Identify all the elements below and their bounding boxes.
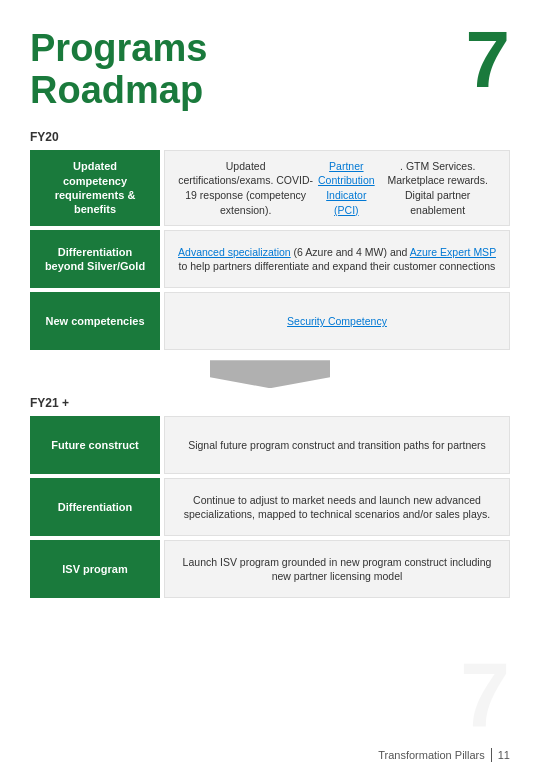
row-label-differentiation: Differentiation: [30, 478, 160, 536]
fy20-table: Updated competency requirements & benefi…: [30, 150, 510, 351]
pci-link[interactable]: Partner Contribution Indicator (PCI): [314, 159, 378, 218]
row-label-updated-competency: Updated competency requirements & benefi…: [30, 150, 160, 227]
row-content-differentiation-silver: Advanced specialization (6 Azure and 4 M…: [164, 230, 510, 288]
azure-expert-msp-link[interactable]: Azure Expert MSP: [410, 246, 496, 258]
row-label-isv: ISV program: [30, 540, 160, 598]
table-row: Differentiation beyond Silver/Gold Advan…: [30, 230, 510, 288]
footer: Transformation Pillars 11: [378, 748, 510, 762]
fy21-table: Future construct Signal future program c…: [30, 416, 510, 598]
row-content-new-competencies: Security Competency: [164, 292, 510, 350]
arrow-shape: [210, 360, 330, 388]
fy20-label: FY20: [30, 130, 510, 144]
table-row: New competencies Security Competency: [30, 292, 510, 350]
row-content-updated-competency: Updated certifications/exams. COVID-19 r…: [164, 150, 510, 227]
arrow-connector: [30, 360, 510, 388]
fy21-section: FY21 + Future construct Signal future pr…: [30, 396, 510, 598]
watermark-number: 7: [460, 650, 510, 740]
security-competency-link[interactable]: Security Competency: [287, 314, 387, 329]
page-number: 7: [466, 20, 511, 100]
table-row: Differentiation Continue to adjust to ma…: [30, 478, 510, 536]
footer-page: 11: [498, 749, 510, 761]
footer-divider: [491, 748, 492, 762]
row-content-differentiation: Continue to adjust to market needs and l…: [164, 478, 510, 536]
row-label-future-construct: Future construct: [30, 416, 160, 474]
table-row: ISV program Launch ISV program grounded …: [30, 540, 510, 598]
table-row: Updated competency requirements & benefi…: [30, 150, 510, 227]
table-row: Future construct Signal future program c…: [30, 416, 510, 474]
footer-label: Transformation Pillars: [378, 749, 485, 761]
fy20-section: FY20 Updated competency requirements & b…: [30, 130, 510, 351]
advanced-specialization-link[interactable]: Advanced specialization: [178, 246, 291, 258]
header: Programs Roadmap 7: [30, 28, 510, 112]
row-label-new-competencies: New competencies: [30, 292, 160, 350]
row-content-isv: Launch ISV program grounded in new progr…: [164, 540, 510, 598]
row-label-differentiation-silver: Differentiation beyond Silver/Gold: [30, 230, 160, 288]
fy21-label: FY21 +: [30, 396, 510, 410]
row-content-future-construct: Signal future program construct and tran…: [164, 416, 510, 474]
page-title: Programs Roadmap: [30, 28, 207, 112]
